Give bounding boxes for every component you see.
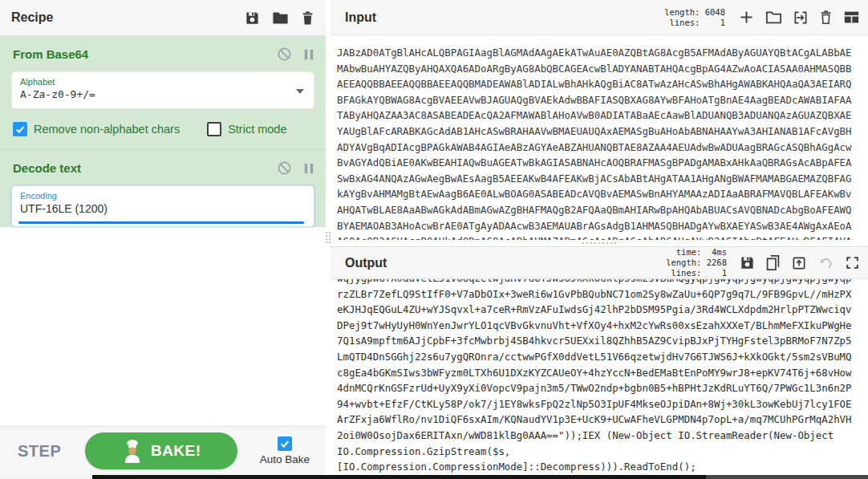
focus-underline bbox=[18, 221, 304, 224]
maximise-output-icon[interactable] bbox=[845, 255, 860, 270]
open-file-icon[interactable] bbox=[793, 10, 809, 26]
recipe-header: Recipe bbox=[0, 0, 326, 36]
code-line: eKJHJqEQGuL4ZU+wYJSqvxl+a7ceR+RmVzAFuIwd… bbox=[337, 302, 868, 318]
code-line: LmQTD4DnSGGhj22s6u7ygQROnra/cctwwPGfX0dd… bbox=[337, 349, 868, 365]
save-recipe-icon[interactable] bbox=[245, 10, 260, 26]
tab-layout-icon[interactable] bbox=[843, 10, 860, 25]
output-header-icons bbox=[740, 254, 860, 271]
open-folder-icon[interactable] bbox=[765, 10, 782, 25]
code-line: 2oi0W0OsojDax6ERITAxn/wWD81klBg0AAA=="))… bbox=[337, 428, 868, 444]
input-header-icons bbox=[738, 9, 860, 26]
input-text-area[interactable]: JABzAD0ATgBlAHcALQBPAGIAagBlAGMAdAAgAEkA… bbox=[331, 35, 868, 240]
code-line: YAUgBlAFcARABKAGcAdAB1AHcASwBRAHAAVwBMAE… bbox=[337, 124, 868, 140]
recipe-pane: Recipe From Base64 bbox=[0, 0, 326, 479]
bottom-edge-strip bbox=[0, 475, 868, 479]
input-stats: length: 6048 lines: 1 bbox=[664, 7, 725, 28]
code-line: BFAGkAYQBWAG8AcgBVAEEAVwBJAGUAQgBVAEkAdw… bbox=[337, 92, 868, 108]
clear-input-trash-icon[interactable] bbox=[819, 10, 833, 25]
output-header: Output time: 4ms length: 2268 lines: 1 bbox=[331, 247, 868, 279]
output-text-area[interactable]: wqjygpWGfX0ddVetL51V66qzetwjdHv7G6TJWS6J… bbox=[331, 279, 868, 475]
disable-icon[interactable] bbox=[277, 160, 292, 176]
code-line: c8gEa4bGKmSIws3bWFyzm0LTXh6U1DXzKYZCAUeO… bbox=[337, 365, 868, 381]
code-line: [IO.Compression.CompressionMode]::Decomp… bbox=[337, 459, 868, 475]
input-header: Input length: 6048 lines: 1 bbox=[331, 0, 868, 35]
cyberchef-app: Recipe From Base64 bbox=[0, 0, 868, 479]
output-pane: Output time: 4ms length: 2268 lines: 1 bbox=[331, 246, 868, 475]
recipe-title: Recipe bbox=[11, 10, 53, 25]
code-line: IO.Compression.GzipStream($s, bbox=[337, 444, 868, 460]
code-line: 7Q1sA9mpftm6AJjCpbF+3fcMwbrbj4SB4hkvcr5U… bbox=[337, 333, 868, 349]
alphabet-label: Alphabet bbox=[20, 77, 291, 87]
output-stats: time: 4ms length: 2268 lines: 1 bbox=[666, 247, 727, 278]
bottom-strip-gray bbox=[706, 475, 868, 479]
clear-recipe-trash-icon[interactable] bbox=[301, 10, 314, 26]
operation-controls bbox=[277, 47, 314, 62]
alphabet-value: A-Za-z0-9+/= bbox=[20, 87, 291, 102]
recipe-footer: STEP BAKE! Auto Bake bbox=[0, 426, 326, 475]
code-line: rzZLBr7ZefLQ9StIfF0+V7aDbOIx+3weRi6w1GvP… bbox=[337, 286, 868, 302]
alphabet-select[interactable]: Alphabet A-Za-z0-9+/= bbox=[11, 71, 314, 109]
auto-bake-control: Auto Bake bbox=[260, 436, 310, 465]
remove-non-alphabet-group: Remove non-alphabet chars bbox=[13, 122, 180, 136]
replace-input-icon[interactable] bbox=[791, 255, 807, 271]
remove-non-alphabet-checkbox[interactable] bbox=[13, 122, 27, 136]
chevron-down-icon bbox=[296, 89, 304, 94]
encoding-select[interactable]: Encoding UTF-16LE (1200) bbox=[11, 185, 314, 227]
operation-name: Decode text bbox=[13, 161, 81, 175]
operation-from-base64[interactable]: From Base64 Alphabet A-Za-z0-9+/= bbox=[0, 36, 326, 149]
code-line: TAByAHQAZAA3AC8ASABEADEAcQA2AFMAWABlAHoA… bbox=[337, 108, 868, 124]
code-line: ADYAVgBqADIAcgBPAGkAWAB4AGIAeABzAGYAeABZ… bbox=[337, 140, 868, 156]
bottom-strip-dark bbox=[92, 475, 706, 479]
auto-bake-checkbox[interactable] bbox=[278, 436, 292, 451]
code-line: BvAGYAdQBiAE0AKwBEAHIAQwBuAGEATwBkAGIASA… bbox=[337, 155, 868, 171]
code-line: BYAEMAOAB3AHoAcwBrAE0ATgAyADAAcwB3AEMAUA… bbox=[337, 218, 868, 234]
chef-icon bbox=[122, 439, 143, 463]
encoding-value: UTF-16LE (1200) bbox=[20, 201, 291, 217]
code-line: AGQAcQB3AGUAcgB0AHkAdQBpAG8AcABhAHMAZABm… bbox=[337, 233, 868, 240]
code-line: JABzAD0ATgBlAHcALQBPAGIAagBlAGMAdAAgAEkA… bbox=[337, 45, 868, 61]
output-title: Output bbox=[345, 256, 387, 270]
code-line: 4dnMCQrKnGSFzrUd+UyX9yXi0VopcV9pajn3m5/T… bbox=[337, 380, 868, 396]
code-line: AEEAQQBBAEEAQQBBAEEAQQBMADEAWABlADIALwBh… bbox=[337, 76, 868, 92]
recipe-header-icons bbox=[245, 10, 314, 26]
code-line: kAYgBvAHMAMgBtAEwAagB6AE0ALwBOAG0ASABEAD… bbox=[337, 186, 868, 202]
operation-title-row: Decode text bbox=[0, 150, 326, 182]
undo-icon[interactable] bbox=[817, 255, 834, 270]
splitter-handle-dots bbox=[582, 242, 616, 244]
save-output-icon[interactable] bbox=[740, 255, 755, 270]
code-line: 94+wvbt+EfzF/CtKLy58P/ok7/j1EY8wksFpQ2zl… bbox=[337, 396, 868, 412]
pause-icon[interactable] bbox=[303, 162, 314, 175]
strict-mode-label: Strict mode bbox=[228, 123, 286, 136]
load-recipe-folder-icon[interactable] bbox=[272, 10, 289, 26]
operation-controls bbox=[277, 160, 314, 176]
operation-title-row: From Base64 bbox=[0, 36, 326, 68]
remove-non-alphabet-label: Remove non-alphabet chars bbox=[34, 123, 180, 136]
code-line: ArZFxja6WflRo/nv1DiQF6sxAIm/KQNaudYV1p3E… bbox=[337, 412, 868, 428]
step-button[interactable]: STEP bbox=[18, 442, 61, 461]
strict-mode-group: Strict mode bbox=[207, 122, 286, 136]
operation-decode-text[interactable]: Decode text Encoding UTF-16LE (1200) bbox=[0, 149, 326, 227]
code-line: wqjygpWGfX0ddVetL51V66qzetwjdHv7G6TJWS6J… bbox=[337, 279, 868, 286]
bake-button-label: BAKE! bbox=[151, 442, 201, 460]
input-output-splitter[interactable] bbox=[331, 240, 868, 246]
pause-icon[interactable] bbox=[303, 48, 314, 61]
operation-name: From Base64 bbox=[13, 47, 88, 61]
input-pane: Input length: 6048 lines: 1 bbox=[331, 0, 868, 240]
strict-mode-checkbox[interactable] bbox=[207, 122, 221, 136]
code-line: AHQATwBLAE8AaABwAGkAdABmAGwAZgBHAFMAQgB2… bbox=[337, 202, 868, 218]
input-title: Input bbox=[345, 10, 376, 25]
disable-icon[interactable] bbox=[277, 47, 292, 62]
bottom-strip-light bbox=[0, 475, 92, 479]
from-base64-options: Remove non-alphabet chars Strict mode bbox=[0, 117, 326, 149]
code-line: MAbwBuAHYAZQByAHQAXQA6ADoARgByAG8AbQBCAG… bbox=[337, 61, 868, 77]
add-input-icon[interactable] bbox=[738, 9, 755, 26]
copy-output-icon[interactable] bbox=[765, 254, 781, 271]
bake-button[interactable]: BAKE! bbox=[85, 432, 237, 469]
code-line: DPej9t7wHyUyH0WnYenJwrYLO1qcVBvGkvnuVht+… bbox=[337, 318, 868, 334]
auto-bake-label: Auto Bake bbox=[260, 453, 310, 465]
encoding-label: Encoding bbox=[20, 191, 291, 201]
code-line: SwBxAG4ANQAzAGwAegBwAEsAagB5AEEAKwB4AFEA… bbox=[337, 171, 868, 187]
